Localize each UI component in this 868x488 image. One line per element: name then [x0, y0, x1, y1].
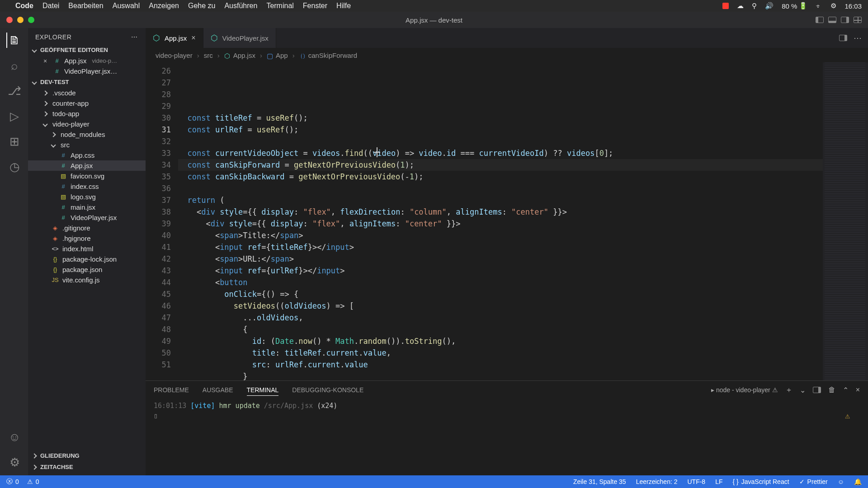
menu-gehezu[interactable]: Gehe zu: [188, 2, 215, 10]
feedback-icon[interactable]: ☺: [838, 478, 844, 485]
close-icon[interactable]: ×: [43, 57, 47, 65]
file-item[interactable]: ▧logo.svg: [28, 192, 146, 202]
file-item[interactable]: #App.jsx: [28, 160, 146, 171]
zoom-window-icon[interactable]: [28, 17, 34, 23]
folder-item[interactable]: src: [28, 140, 146, 150]
menu-auswahl[interactable]: Auswahl: [113, 2, 140, 10]
tab-videoplayer-jsx[interactable]: ⬡ VideoPlayer.jsx: [203, 28, 276, 48]
folder-item[interactable]: video-player: [28, 119, 146, 129]
open-editor-item[interactable]: # VideoPlayer.jsx…: [28, 66, 146, 76]
layout-grid-icon[interactable]: [854, 17, 862, 23]
menu-fenster[interactable]: Fenster: [303, 2, 327, 10]
explorer-sidebar: EXPLORER ⋯ GEÖFFNETE EDITOREN × # App.js…: [28, 28, 146, 475]
terminal-task-label[interactable]: ▸ node - video-player ⚠︎: [711, 386, 778, 394]
menu-hilfe[interactable]: Hilfe: [336, 2, 351, 10]
trash-icon[interactable]: 🗑: [828, 386, 835, 394]
recording-icon[interactable]: [722, 3, 729, 9]
outline-header[interactable]: GLIEDERUNG: [28, 450, 146, 461]
liveshare-icon[interactable]: ◷: [6, 159, 22, 174]
panel-tab-probleme[interactable]: PROBLEME: [154, 385, 189, 395]
close-panel-icon[interactable]: ×: [856, 386, 860, 394]
chevron-right-icon: [42, 111, 47, 116]
activity-bar: 🗎 ⌕ ⎇ ▷ ⊞ ◷ ☺ ⚙︎: [0, 28, 28, 475]
more-icon[interactable]: ⋯: [131, 33, 138, 41]
more-icon[interactable]: ⋯: [854, 33, 862, 43]
file-item[interactable]: #main.jsx: [28, 202, 146, 212]
status-warnings[interactable]: ⚠︎0: [27, 478, 39, 485]
wifi-icon[interactable]: ᯤ: [816, 2, 822, 10]
split-terminal-icon[interactable]: [813, 387, 821, 393]
toggle-panel-icon[interactable]: [828, 17, 836, 23]
menu-terminal[interactable]: Terminal: [266, 2, 293, 10]
file-item[interactable]: #App.css: [28, 150, 146, 160]
file-item[interactable]: {}package-lock.json: [28, 254, 146, 264]
file-item[interactable]: ◈.gitignore: [28, 223, 146, 233]
status-cursor[interactable]: Zeile 31, Spalte 35: [573, 478, 626, 485]
file-item[interactable]: {}package.json: [28, 264, 146, 275]
panel-tab-debug[interactable]: DEBUGGING-KONSOLE: [292, 385, 363, 395]
status-language[interactable]: { }JavaScript React: [733, 478, 789, 485]
terminal-dropdown-icon[interactable]: ⌄: [800, 386, 806, 394]
terminal-output[interactable]: 16:01:13 [vite] hmr update /src/App.jsx …: [146, 399, 868, 475]
battery-status[interactable]: 80 % 🔋: [782, 2, 807, 10]
file-item[interactable]: ▧favicon.svg: [28, 171, 146, 181]
clock[interactable]: 16:03: [844, 2, 862, 10]
split-editor-icon[interactable]: [839, 35, 847, 41]
file-item[interactable]: <>index.html: [28, 244, 146, 254]
close-window-icon[interactable]: [6, 17, 13, 23]
titlebar: App.jsx — dev-test: [0, 12, 868, 28]
folder-item[interactable]: todo-app: [28, 108, 146, 119]
window-controls: [6, 17, 34, 23]
timeline-header[interactable]: ZEITACHSE: [28, 461, 146, 473]
file-item[interactable]: #index.css: [28, 181, 146, 192]
gear-icon[interactable]: ⚙︎: [6, 455, 22, 470]
search-icon[interactable]: ⌕: [6, 58, 22, 73]
code-editor[interactable]: 2627282930313233343536373839404142434445…: [146, 62, 868, 380]
cloud-icon[interactable]: ☁︎: [737, 2, 744, 10]
source-control-icon[interactable]: ⎇: [6, 83, 22, 99]
close-icon[interactable]: ×: [191, 34, 195, 42]
status-errors[interactable]: ⓧ0: [6, 478, 19, 486]
vscode-window: App.jsx — dev-test 🗎 ⌕ ⎇ ▷ ⊞ ◷ ☺ ⚙︎ EXPL…: [0, 12, 868, 488]
status-encoding[interactable]: UTF-8: [687, 478, 705, 485]
chevron-right-icon: [42, 101, 47, 106]
folder-item[interactable]: .vscode: [28, 88, 146, 98]
svg-icon: ▧: [60, 193, 67, 200]
open-editors-header[interactable]: GEÖFFNETE EDITOREN: [28, 44, 146, 56]
minimize-window-icon[interactable]: [17, 17, 24, 23]
panel-tab-ausgabe[interactable]: AUSGABE: [203, 385, 233, 395]
app-name[interactable]: Code: [15, 2, 33, 10]
menu-bearbeiten[interactable]: Bearbeiten: [68, 2, 103, 10]
breadcrumbs[interactable]: video-player› src› ⬡App.jsx› ▢App› ⟮⟯can…: [146, 48, 868, 62]
run-debug-icon[interactable]: ▷: [6, 108, 22, 124]
folder-item[interactable]: node_modules: [28, 129, 146, 140]
spotlight-icon[interactable]: ⚲: [752, 2, 757, 10]
control-center-icon[interactable]: ⚙︎: [830, 2, 836, 10]
bell-icon[interactable]: 🔔: [854, 478, 862, 485]
status-eol[interactable]: LF: [715, 478, 722, 485]
file-item[interactable]: JSvite.config.js: [28, 275, 146, 285]
menu-datei[interactable]: Datei: [42, 2, 59, 10]
status-indent[interactable]: Leerzeichen: 2: [636, 478, 678, 485]
new-terminal-icon[interactable]: ＋: [785, 385, 793, 395]
workspace-header[interactable]: DEV-TEST: [28, 76, 146, 88]
menu-anzeigen[interactable]: Anzeigen: [149, 2, 179, 10]
folder-item[interactable]: counter-app: [28, 98, 146, 108]
open-editor-item[interactable]: × # App.jsx video-p…: [28, 56, 146, 66]
file-item[interactable]: ◈.hgignore: [28, 233, 146, 244]
extensions-icon[interactable]: ⊞: [6, 134, 22, 149]
react-icon: ⬡: [211, 33, 218, 43]
toggle-sidebar-icon[interactable]: [816, 17, 824, 23]
status-prettier[interactable]: ✓Prettier: [799, 478, 828, 485]
panel-tab-terminal[interactable]: TERMINAL: [247, 385, 279, 396]
chevron-up-icon[interactable]: ⌃: [843, 386, 849, 394]
tab-app-jsx[interactable]: ⬡ App.jsx ×: [146, 28, 203, 48]
file-item[interactable]: #VideoPlayer.jsx: [28, 212, 146, 223]
toggle-secondary-sidebar-icon[interactable]: [841, 17, 849, 23]
account-icon[interactable]: ☺: [6, 429, 22, 445]
minimap[interactable]: [823, 62, 868, 380]
volume-icon[interactable]: 🔊: [765, 2, 774, 10]
code-lines[interactable]: const titleRef = useRef(); const urlRef …: [178, 62, 823, 380]
explorer-icon[interactable]: 🗎: [6, 33, 22, 48]
menu-ausfuehren[interactable]: Ausführen: [224, 2, 257, 10]
